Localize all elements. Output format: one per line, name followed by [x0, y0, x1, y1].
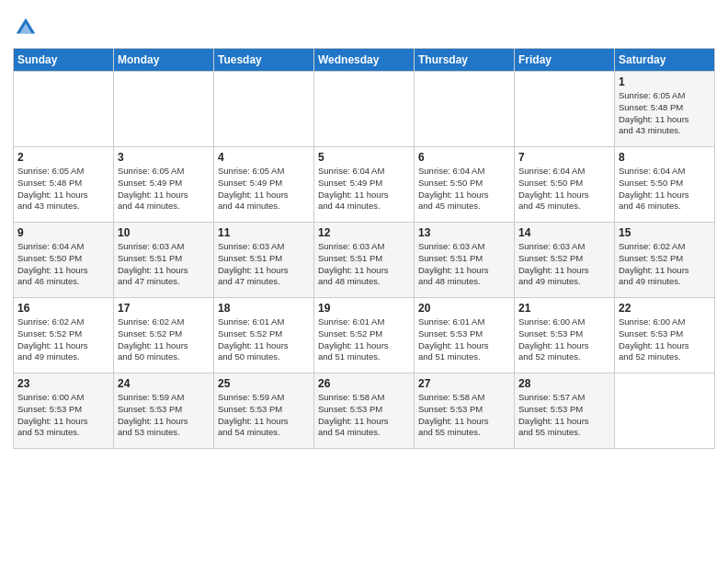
day-number: 12	[318, 226, 410, 239]
day-info: Sunrise: 6:02 AM Sunset: 5:52 PM Dayligh…	[118, 316, 210, 363]
day-number: 20	[418, 302, 510, 315]
day-info: Sunrise: 6:01 AM Sunset: 5:52 PM Dayligh…	[218, 316, 310, 363]
day-info: Sunrise: 5:57 AM Sunset: 5:53 PM Dayligh…	[518, 392, 610, 439]
day-cell	[415, 72, 515, 147]
day-number: 5	[318, 151, 410, 164]
day-cell: 8Sunrise: 6:04 AM Sunset: 5:50 PM Daylig…	[615, 147, 715, 223]
day-info: Sunrise: 5:59 AM Sunset: 5:53 PM Dayligh…	[118, 392, 210, 439]
day-number: 1	[619, 75, 711, 88]
day-cell: 21Sunrise: 6:00 AM Sunset: 5:53 PM Dayli…	[515, 298, 615, 373]
weekday-thursday: Thursday	[415, 49, 515, 72]
day-info: Sunrise: 6:01 AM Sunset: 5:53 PM Dayligh…	[418, 316, 510, 363]
day-number: 18	[218, 302, 310, 315]
day-info: Sunrise: 6:05 AM Sunset: 5:49 PM Dayligh…	[118, 166, 210, 213]
day-cell: 22Sunrise: 6:00 AM Sunset: 5:53 PM Dayli…	[615, 298, 715, 373]
day-info: Sunrise: 5:59 AM Sunset: 5:53 PM Dayligh…	[218, 392, 310, 439]
day-info: Sunrise: 6:00 AM Sunset: 5:53 PM Dayligh…	[619, 316, 711, 363]
day-cell: 15Sunrise: 6:02 AM Sunset: 5:52 PM Dayli…	[615, 223, 715, 298]
day-cell	[114, 72, 214, 147]
weekday-tuesday: Tuesday	[214, 49, 314, 72]
weekday-friday: Friday	[515, 49, 615, 72]
day-number: 8	[619, 151, 711, 164]
day-info: Sunrise: 6:04 AM Sunset: 5:50 PM Dayligh…	[17, 241, 109, 288]
day-cell	[314, 72, 415, 147]
day-cell: 6Sunrise: 6:04 AM Sunset: 5:50 PM Daylig…	[415, 147, 515, 223]
weekday-header-row: SundayMondayTuesdayWednesdayThursdayFrid…	[14, 49, 715, 72]
day-cell: 23Sunrise: 6:00 AM Sunset: 5:53 PM Dayli…	[14, 373, 114, 449]
weekday-wednesday: Wednesday	[314, 49, 415, 72]
day-cell: 24Sunrise: 5:59 AM Sunset: 5:53 PM Dayli…	[114, 373, 214, 449]
day-cell: 10Sunrise: 6:03 AM Sunset: 5:51 PM Dayli…	[114, 223, 214, 298]
day-number: 22	[619, 302, 711, 315]
day-cell: 28Sunrise: 5:57 AM Sunset: 5:53 PM Dayli…	[515, 373, 615, 449]
weekday-sunday: Sunday	[14, 49, 114, 72]
day-number: 11	[218, 226, 310, 239]
day-number: 2	[17, 151, 109, 164]
day-info: Sunrise: 5:58 AM Sunset: 5:53 PM Dayligh…	[318, 392, 410, 439]
day-number: 19	[318, 302, 410, 315]
day-number: 28	[518, 377, 610, 390]
day-cell: 25Sunrise: 5:59 AM Sunset: 5:53 PM Dayli…	[214, 373, 314, 449]
day-cell: 11Sunrise: 6:03 AM Sunset: 5:51 PM Dayli…	[214, 223, 314, 298]
day-info: Sunrise: 6:04 AM Sunset: 5:50 PM Dayligh…	[418, 166, 510, 213]
day-info: Sunrise: 6:03 AM Sunset: 5:51 PM Dayligh…	[318, 241, 410, 288]
day-number: 9	[17, 226, 109, 239]
day-number: 10	[118, 226, 210, 239]
day-cell: 20Sunrise: 6:01 AM Sunset: 5:53 PM Dayli…	[415, 298, 515, 373]
day-cell: 3Sunrise: 6:05 AM Sunset: 5:49 PM Daylig…	[114, 147, 214, 223]
day-cell: 17Sunrise: 6:02 AM Sunset: 5:52 PM Dayli…	[114, 298, 214, 373]
day-number: 23	[17, 377, 109, 390]
day-number: 15	[619, 226, 711, 239]
week-row-3: 16Sunrise: 6:02 AM Sunset: 5:52 PM Dayli…	[14, 298, 715, 373]
day-cell	[615, 373, 715, 449]
day-cell	[14, 72, 114, 147]
day-info: Sunrise: 6:05 AM Sunset: 5:48 PM Dayligh…	[619, 90, 711, 137]
week-row-0: 1Sunrise: 6:05 AM Sunset: 5:48 PM Daylig…	[14, 72, 715, 147]
day-cell: 1Sunrise: 6:05 AM Sunset: 5:48 PM Daylig…	[615, 72, 715, 147]
day-info: Sunrise: 6:05 AM Sunset: 5:48 PM Dayligh…	[17, 166, 109, 213]
day-number: 17	[118, 302, 210, 315]
day-cell: 26Sunrise: 5:58 AM Sunset: 5:53 PM Dayli…	[314, 373, 415, 449]
day-info: Sunrise: 6:04 AM Sunset: 5:49 PM Dayligh…	[318, 166, 410, 213]
week-row-2: 9Sunrise: 6:04 AM Sunset: 5:50 PM Daylig…	[14, 223, 715, 298]
day-number: 24	[118, 377, 210, 390]
day-info: Sunrise: 6:00 AM Sunset: 5:53 PM Dayligh…	[518, 316, 610, 363]
day-cell: 19Sunrise: 6:01 AM Sunset: 5:52 PM Dayli…	[314, 298, 415, 373]
day-number: 26	[318, 377, 410, 390]
day-cell: 9Sunrise: 6:04 AM Sunset: 5:50 PM Daylig…	[14, 223, 114, 298]
day-number: 14	[518, 226, 610, 239]
logo-icon	[13, 15, 39, 40]
day-info: Sunrise: 6:01 AM Sunset: 5:52 PM Dayligh…	[318, 316, 410, 363]
day-cell: 16Sunrise: 6:02 AM Sunset: 5:52 PM Dayli…	[14, 298, 114, 373]
day-cell: 18Sunrise: 6:01 AM Sunset: 5:52 PM Dayli…	[214, 298, 314, 373]
day-info: Sunrise: 6:05 AM Sunset: 5:49 PM Dayligh…	[218, 166, 310, 213]
weekday-monday: Monday	[114, 49, 214, 72]
header	[13, 9, 715, 40]
day-cell: 2Sunrise: 6:05 AM Sunset: 5:48 PM Daylig…	[14, 147, 114, 223]
day-cell: 5Sunrise: 6:04 AM Sunset: 5:49 PM Daylig…	[314, 147, 415, 223]
day-info: Sunrise: 6:02 AM Sunset: 5:52 PM Dayligh…	[17, 316, 109, 363]
day-cell: 13Sunrise: 6:03 AM Sunset: 5:51 PM Dayli…	[415, 223, 515, 298]
day-cell: 12Sunrise: 6:03 AM Sunset: 5:51 PM Dayli…	[314, 223, 415, 298]
day-number: 7	[518, 151, 610, 164]
day-number: 4	[218, 151, 310, 164]
day-number: 16	[17, 302, 109, 315]
day-cell: 14Sunrise: 6:03 AM Sunset: 5:52 PM Dayli…	[515, 223, 615, 298]
day-info: Sunrise: 6:03 AM Sunset: 5:51 PM Dayligh…	[118, 241, 210, 288]
day-cell: 7Sunrise: 6:04 AM Sunset: 5:50 PM Daylig…	[515, 147, 615, 223]
day-cell	[515, 72, 615, 147]
day-info: Sunrise: 6:04 AM Sunset: 5:50 PM Dayligh…	[619, 166, 711, 213]
calendar-table: SundayMondayTuesdayWednesdayThursdayFrid…	[13, 48, 715, 449]
day-number: 3	[118, 151, 210, 164]
day-info: Sunrise: 6:04 AM Sunset: 5:50 PM Dayligh…	[518, 166, 610, 213]
week-row-1: 2Sunrise: 6:05 AM Sunset: 5:48 PM Daylig…	[14, 147, 715, 223]
day-number: 21	[518, 302, 610, 315]
day-cell	[214, 72, 314, 147]
day-info: Sunrise: 6:02 AM Sunset: 5:52 PM Dayligh…	[619, 241, 711, 288]
day-info: Sunrise: 6:03 AM Sunset: 5:52 PM Dayligh…	[518, 241, 610, 288]
day-info: Sunrise: 5:58 AM Sunset: 5:53 PM Dayligh…	[418, 392, 510, 439]
day-cell: 27Sunrise: 5:58 AM Sunset: 5:53 PM Dayli…	[415, 373, 515, 449]
day-info: Sunrise: 6:03 AM Sunset: 5:51 PM Dayligh…	[218, 241, 310, 288]
logo	[13, 13, 40, 40]
day-info: Sunrise: 6:00 AM Sunset: 5:53 PM Dayligh…	[17, 392, 109, 439]
